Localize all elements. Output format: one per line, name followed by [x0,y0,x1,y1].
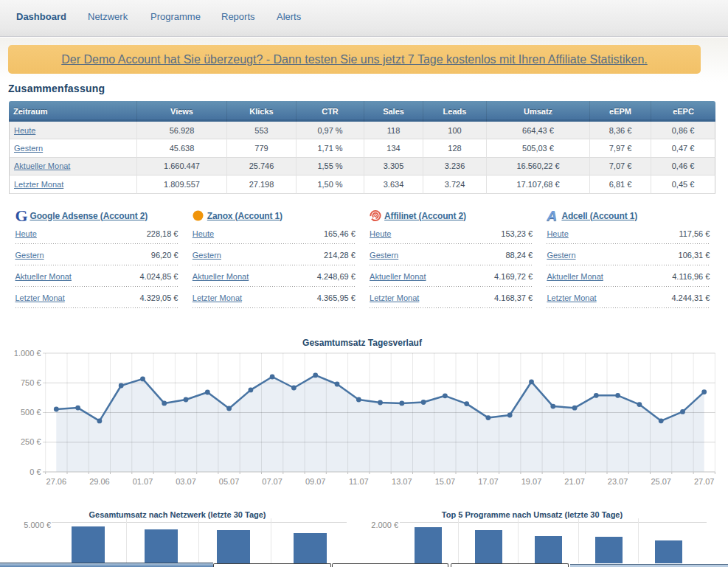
svg-text:07.07: 07.07 [262,477,282,486]
svg-text:15.07: 15.07 [435,477,456,486]
svg-text:05.07: 05.07 [219,477,240,486]
svg-text:03.07: 03.07 [176,477,196,486]
svg-text:27.07: 27.07 [694,477,715,486]
svg-text:01.07: 01.07 [133,477,153,486]
svg-text:19.07: 19.07 [521,477,542,486]
svg-text:27.06: 27.06 [46,477,67,486]
svg-text:17.07: 17.07 [478,477,499,486]
svg-text:23.07: 23.07 [608,477,628,486]
svg-text:250 €: 250 € [21,437,41,446]
svg-text:13.07: 13.07 [392,477,412,486]
svg-text:11.07: 11.07 [349,477,369,486]
svg-text:09.07: 09.07 [305,477,326,486]
svg-text:25.07: 25.07 [651,477,671,486]
svg-text:0 €: 0 € [30,467,41,476]
svg-text:1.000 €: 1.000 € [14,349,41,358]
svg-text:750 €: 750 € [21,378,41,387]
svg-text:500 €: 500 € [21,408,41,417]
svg-text:29.06: 29.06 [89,477,110,486]
svg-text:21.07: 21.07 [564,477,585,486]
